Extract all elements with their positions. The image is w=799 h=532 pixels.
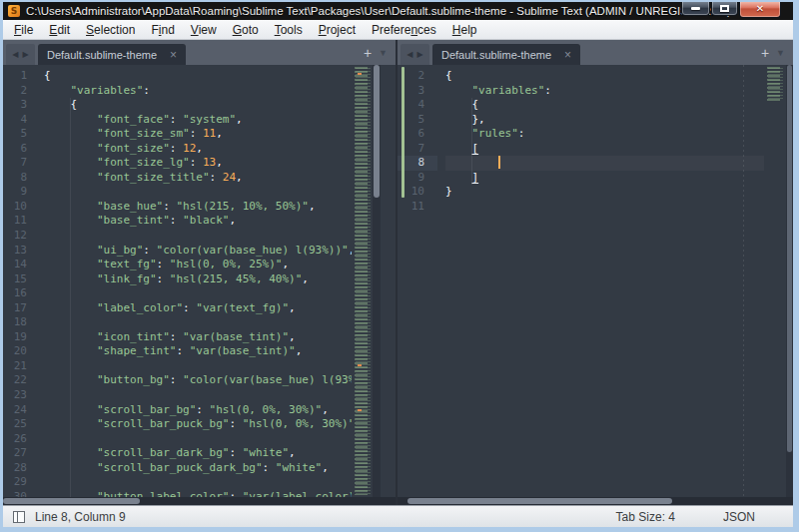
code-line[interactable]: "scroll_bar_dark_bg": "white", (44, 446, 352, 461)
code-line[interactable] (44, 475, 352, 490)
code-line[interactable]: "variables": (44, 84, 352, 99)
code-line[interactable]: { (445, 69, 764, 84)
tabbar-extras: + ▼ (761, 40, 789, 65)
vertical-scrollbar-left[interactable] (373, 65, 381, 497)
line-number: 4 (3, 113, 36, 128)
vertical-scroll-thumb[interactable] (374, 65, 380, 198)
syntax-status[interactable]: JSON (723, 510, 755, 524)
sidebar-toggle-icon[interactable] (13, 511, 25, 523)
code-line[interactable]: "label_color": "var(text_fg)", (44, 301, 352, 316)
code-line[interactable]: "base_tint": "black", (44, 214, 352, 229)
menu-item-edit[interactable]: Edit (41, 21, 78, 39)
code-line[interactable]: [ (445, 142, 764, 157)
menu-item-file[interactable]: File (6, 21, 41, 39)
code-line[interactable] (445, 200, 764, 215)
code-line[interactable] (44, 359, 352, 374)
menu-item-find[interactable]: Find (143, 21, 182, 39)
code-line[interactable]: "font_size": 12, (44, 142, 352, 157)
menu-item-goto[interactable]: Goto (225, 21, 267, 39)
code-line[interactable]: ] (445, 171, 764, 186)
line-number: 16 (3, 286, 36, 301)
line-number: 23 (3, 388, 36, 403)
new-tab-icon[interactable]: + (364, 46, 372, 60)
menu-item-view[interactable]: View (183, 21, 225, 39)
menu-item-selection[interactable]: Selection (78, 21, 143, 39)
code-line[interactable] (44, 315, 352, 330)
code-line[interactable]: "rules": (445, 127, 764, 142)
code-line[interactable]: "icon_tint": "var(base_tint)", (44, 330, 352, 345)
code-area-left[interactable]: { "variables": { "font_face": "system", … (36, 65, 352, 497)
menu-item-help[interactable]: Help (444, 21, 485, 39)
tab-nav-back-icon[interactable]: ◀ (406, 50, 412, 59)
horizontal-scrollbar-right[interactable] (398, 497, 793, 505)
menu-item-preferences[interactable]: Preferences (364, 21, 444, 39)
new-tab-icon[interactable]: + (761, 46, 769, 60)
code-line[interactable]: "button_bg": "color(var(base_hue) l(93%)… (44, 373, 352, 388)
tab-nav-back-icon[interactable]: ◀ (12, 50, 18, 59)
tab-close-icon[interactable]: × (170, 49, 177, 61)
minimap-left[interactable] (352, 65, 373, 497)
menu-item-tools[interactable]: Tools (267, 21, 311, 39)
horizontal-scroll-thumb[interactable] (3, 498, 140, 504)
code-line[interactable]: "ui_bg": "color(var(base_hue) l(93%))", (44, 244, 352, 259)
tab-nav-forward-icon[interactable]: ▶ (23, 50, 29, 59)
code-line[interactable] (44, 185, 352, 200)
line-number: 18 (3, 315, 36, 330)
code-line[interactable]: "link_fg": "hsl(215, 45%, 40%)", (44, 272, 352, 287)
line-number: 29 (3, 475, 36, 490)
tabbar-left: ◀ ▶ Default.sublime-theme × + ▼ (3, 40, 396, 65)
tab-default-sublime-theme[interactable]: Default.sublime-theme × (432, 44, 580, 65)
code-line[interactable]: "shape_tint": "var(base_tint)", (44, 344, 352, 359)
code-area-right[interactable]: { "variables": { }, "rules": [ ]} (437, 65, 764, 497)
tab-overflow-icon[interactable]: ▼ (776, 48, 785, 58)
code-line[interactable]: "button_label_color": "var(label_color)"… (44, 490, 352, 497)
code-line[interactable]: }, (445, 113, 764, 128)
line-number: 26 (3, 432, 36, 447)
menu-item-project[interactable]: Project (311, 21, 364, 39)
line-number: 2 (3, 84, 36, 99)
code-line[interactable]: "variables": (445, 84, 764, 99)
code-line[interactable]: "font_face": "system", (44, 113, 352, 128)
line-number: 3 (3, 98, 36, 113)
code-line[interactable]: "scroll_bar_bg": "hsl(0, 0%, 30%)", (44, 403, 352, 418)
editor-left: 1234567891011121314151617181920212223242… (3, 65, 396, 497)
line-number: 20 (3, 344, 36, 359)
code-line[interactable]: { (445, 98, 764, 113)
minimize-button[interactable] (681, 1, 710, 16)
gutter-left: 1234567891011121314151617181920212223242… (3, 65, 36, 497)
code-line[interactable]: "font_size_title": 24, (44, 171, 352, 186)
tab-close-icon[interactable]: × (564, 49, 571, 61)
maximize-button[interactable] (711, 1, 738, 16)
minimize-icon (691, 7, 700, 10)
code-line[interactable]: "font_size_sm": 11, (44, 127, 352, 142)
tab-size-status[interactable]: Tab Size: 4 (616, 510, 675, 524)
code-line[interactable]: "base_hue": "hsl(215, 10%, 50%)", (44, 200, 352, 215)
horizontal-scroll-thumb[interactable] (407, 498, 672, 504)
code-line[interactable]: { (44, 69, 352, 84)
tab-overflow-icon[interactable]: ▼ (379, 48, 388, 58)
vertical-scroll-thumb[interactable] (787, 65, 792, 452)
code-line[interactable]: "scroll_bar_puck_bg": "hsl(0, 0%, 30%)", (44, 417, 352, 432)
horizontal-scrollbar-left[interactable] (3, 497, 396, 505)
code-line[interactable]: { (44, 98, 352, 113)
close-window-button[interactable]: ✕ (739, 1, 781, 18)
line-number: 13 (3, 244, 36, 259)
code-line[interactable]: "scroll_bar_puck_dark_bg": "white", (44, 461, 352, 476)
code-line[interactable] (44, 286, 352, 301)
menubar: FileEditSelectionFindViewGotoToolsProjec… (3, 20, 793, 40)
titlebar[interactable]: S C:\Users\Administrator\AppData\Roaming… (3, 2, 793, 20)
minimap-content (764, 67, 786, 101)
tab-default-sublime-theme[interactable]: Default.sublime-theme × (38, 44, 186, 65)
code-line[interactable] (44, 432, 352, 447)
code-line[interactable]: } (445, 185, 764, 200)
tab-nav-forward-icon[interactable]: ▶ (417, 50, 423, 59)
code-line[interactable] (445, 156, 764, 171)
code-line[interactable] (44, 388, 352, 403)
minimap-right[interactable] (764, 65, 786, 497)
code-line[interactable]: "font_size_lg": 13, (44, 156, 352, 171)
sublime-text-window: S C:\Users\Administrator\AppData\Roaming… (0, 0, 799, 532)
code-line[interactable] (44, 229, 352, 244)
gutter-right: 234567891011 (398, 65, 437, 497)
code-line[interactable]: "text_fg": "hsl(0, 0%, 25%)", (44, 258, 352, 272)
vertical-scrollbar-right[interactable] (786, 65, 793, 497)
